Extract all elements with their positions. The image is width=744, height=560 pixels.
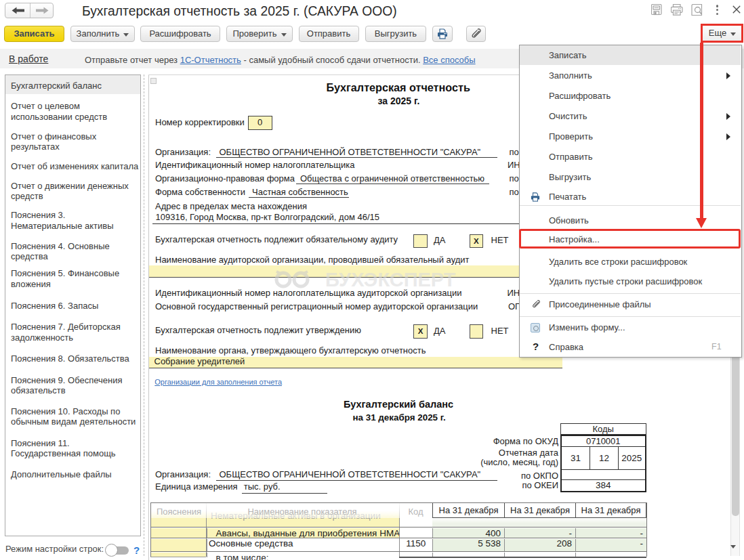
svg-text:БУХЭКСПЕРТ: БУХЭКСПЕРТ (325, 269, 456, 289)
